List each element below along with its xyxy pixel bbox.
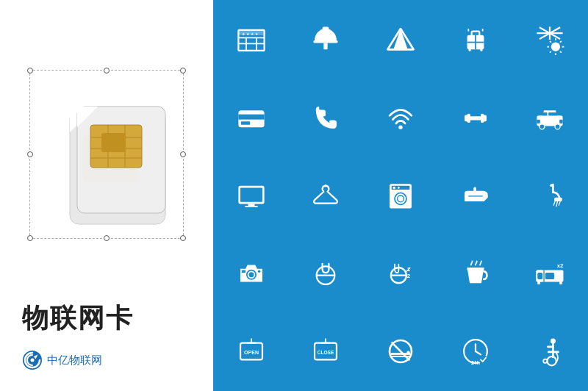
svg-rect-86 [554,198,562,201]
iron-icon[interactable] [439,157,512,234]
svg-rect-72 [548,112,557,115]
svg-line-53 [550,41,551,43]
svg-rect-111 [545,273,554,279]
luggage-icon[interactable] [439,1,512,78]
svg-point-68 [555,124,560,129]
close-sign-icon[interactable]: CLOSE [290,313,363,390]
svg-point-60 [398,126,402,129]
restaurant-icon[interactable] [290,235,363,312]
washing-machine-icon[interactable] [364,157,437,234]
coffee-icon[interactable] [439,235,512,312]
svg-point-132 [543,359,547,363]
svg-rect-109 [537,273,542,279]
room-service-icon[interactable] [290,1,363,78]
handle-br[interactable] [180,235,186,241]
half-board-icon[interactable]: 1 2 [364,235,437,312]
handle-ml[interactable] [27,151,33,157]
svg-rect-84 [473,187,476,193]
shower-icon[interactable] [513,157,587,234]
svg-rect-112 [537,281,540,284]
handle-tr[interactable] [180,68,186,73]
title-area: 物联网卡 [7,293,206,344]
svg-rect-74 [240,187,262,201]
wheelchair-icon[interactable] [513,313,587,390]
handle-mr[interactable] [180,151,186,157]
open-sign-icon[interactable]: OPEN [215,313,288,390]
no-smoking-icon[interactable] [364,313,437,390]
svg-rect-32 [324,43,328,49]
phone-icon[interactable] [290,79,363,156]
page-title: 物联网卡 [22,301,191,337]
svg-rect-31 [323,26,329,29]
svg-rect-105 [467,268,484,270]
temperature-icon[interactable] [513,1,587,78]
svg-point-125 [406,351,409,354]
svg-line-56 [560,51,562,53]
svg-rect-113 [559,281,562,284]
handle-tm[interactable] [104,68,110,73]
svg-point-67 [539,124,545,129]
svg-point-83 [398,187,400,189]
svg-text:2: 2 [407,273,411,279]
svg-point-82 [392,187,395,190]
svg-point-41 [480,49,483,51]
svg-rect-70 [559,120,562,123]
brand-area: 中亿物联网 [7,344,206,376]
svg-rect-71 [542,112,548,115]
svg-line-54 [560,41,562,43]
svg-rect-58 [238,115,264,120]
svg-point-40 [468,49,471,51]
svg-rect-69 [537,120,540,123]
svg-point-92 [258,270,261,273]
svg-rect-76 [245,206,258,207]
svg-point-131 [548,356,556,365]
svg-rect-65 [470,116,481,120]
svg-rect-93 [242,270,245,273]
svg-line-88 [556,201,558,207]
svg-line-126 [392,342,410,361]
camera-icon[interactable] [215,235,288,312]
hotel-icon[interactable]: ★ ★ ★ ★ [215,1,288,78]
brand-name: 中亿物联网 [47,354,102,367]
handle-tl[interactable] [27,68,33,73]
icon-grid: ★ ★ ★ ★ [213,0,588,391]
svg-rect-17 [101,133,126,152]
credit-card-icon[interactable] [215,79,288,156]
sim-card-image [40,81,173,228]
twin-bed-icon[interactable]: x2 [513,235,587,312]
left-panel: 物联网卡 中亿物联网 [0,0,213,391]
svg-text:x2: x2 [557,262,564,269]
svg-point-77 [325,184,328,187]
wifi-icon[interactable] [364,79,437,156]
sim-selection-box [29,70,184,239]
svg-line-87 [553,201,555,205]
hanger-icon[interactable] [290,157,363,234]
camping-icon[interactable] [364,1,437,78]
svg-rect-59 [241,121,250,124]
svg-point-19 [31,359,35,362]
svg-point-48 [551,43,560,51]
24h-icon[interactable]: 24h [439,313,512,390]
svg-text:CLOSE: CLOSE [318,350,334,355]
svg-text:24h: 24h [471,360,480,365]
svg-rect-64 [481,114,484,123]
handle-bm[interactable] [104,235,110,241]
svg-rect-63 [467,114,470,123]
svg-text:OPEN: OPEN [244,350,259,355]
taxi-icon[interactable] [513,79,587,156]
svg-line-55 [550,51,551,53]
brand-logo-icon [22,350,43,370]
tv-icon[interactable] [215,157,288,234]
sim-card-area [7,15,206,293]
svg-rect-30 [314,40,338,43]
svg-line-89 [559,201,561,205]
gym-icon[interactable] [439,79,512,156]
svg-marker-34 [393,29,407,49]
handle-bl[interactable] [27,235,33,241]
